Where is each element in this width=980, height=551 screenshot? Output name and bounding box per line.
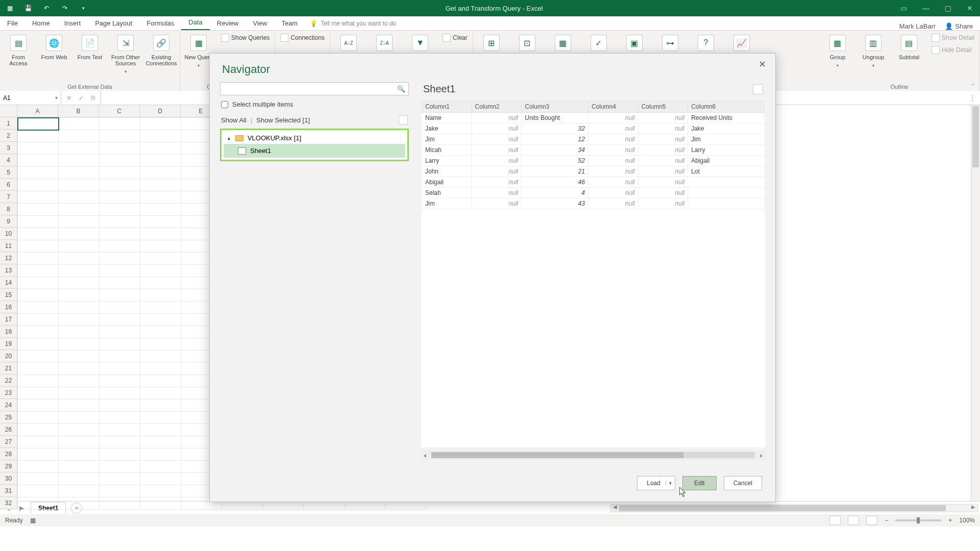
hide-detail-button[interactable]: Hide Detail — [929, 45, 976, 55]
preview-options-icon[interactable] — [753, 84, 763, 94]
filter-button[interactable]: ▼ — [405, 33, 435, 51]
select-all-corner[interactable] — [0, 105, 17, 117]
show-queries-icon — [221, 34, 229, 42]
select-multiple-input[interactable] — [221, 101, 228, 108]
edit-label: Edit — [694, 480, 705, 487]
flash-fill-icon: ⊡ — [519, 35, 535, 51]
show-detail-button[interactable]: Show Detail — [929, 33, 976, 43]
fx-icon[interactable]: fx — [91, 94, 95, 102]
text-icon: 📄 — [82, 35, 98, 51]
row-headers[interactable]: 1234567891011121314151617181920212223242… — [0, 117, 17, 510]
sort-az-button[interactable]: A↓Z — [333, 33, 364, 51]
undo-icon[interactable]: ↶ — [42, 4, 51, 13]
from-text-button[interactable]: 📄From Text — [75, 33, 105, 60]
from-other-sources-button[interactable]: ⇲From Other Sources▾ — [110, 33, 141, 74]
page-layout-view-icon[interactable] — [848, 516, 859, 525]
clear-icon — [443, 34, 451, 42]
page-break-view-icon[interactable] — [866, 516, 877, 525]
maximize-icon[interactable]: ▢ — [945, 4, 951, 12]
preview-scrollbar[interactable]: ‹ › — [421, 450, 765, 460]
sort-za-icon: Z↓A — [376, 35, 393, 51]
share-icon: 👤 — [945, 22, 953, 30]
relationships-button[interactable]: ⊶ — [655, 33, 685, 51]
from-web-button[interactable]: 🌐From Web — [39, 33, 69, 60]
remove-duplicates-button[interactable]: ▦ — [548, 33, 578, 51]
tree-sheet-node[interactable]: Sheet1 — [224, 144, 405, 158]
qat-dropdown-icon[interactable]: ▾ — [79, 4, 88, 13]
scroll-right-icon[interactable]: › — [760, 452, 762, 459]
enter-formula-icon[interactable]: ✓ — [79, 94, 84, 102]
select-multiple-checkbox[interactable]: Select multiple items — [220, 95, 409, 113]
connections-button[interactable]: Connections — [278, 33, 327, 43]
load-button[interactable]: Load ▾ — [637, 476, 675, 490]
from-access-button[interactable]: ▤From Access — [3, 33, 34, 66]
close-icon[interactable]: ✕ — [967, 4, 973, 12]
tell-me-placeholder: Tell me what you want to do — [321, 20, 396, 27]
redo-icon[interactable]: ↷ — [60, 4, 69, 13]
status-text: Ready — [5, 517, 23, 524]
navigator-preview-panel: Sheet1 Column1Column2Column3Column4Colum… — [421, 82, 765, 460]
name-box-dropdown-icon[interactable]: ▾ — [55, 95, 58, 101]
tab-view[interactable]: View — [246, 16, 274, 30]
cancel-label: Cancel — [733, 480, 752, 487]
filter-icon: ▼ — [412, 35, 428, 51]
text-to-columns-button[interactable]: ⊞ — [476, 33, 507, 51]
load-dropdown-icon[interactable]: ▾ — [666, 481, 672, 486]
vertical-scrollbar[interactable] — [971, 105, 980, 501]
from-web-label: From Web — [41, 54, 67, 60]
show-detail-icon — [932, 34, 940, 42]
ribbon-options-icon[interactable]: ▭ — [900, 4, 907, 12]
collapse-ribbon-icon[interactable]: ⌃ — [971, 83, 975, 89]
tab-file[interactable]: File — [0, 16, 25, 30]
ungroup-button[interactable]: ▥Ungroup▾ — [858, 33, 889, 68]
formula-expand-icon[interactable]: ⋮ — [965, 91, 980, 105]
save-icon[interactable]: 💾 — [23, 4, 33, 13]
cancel-formula-icon[interactable]: ✕ — [66, 94, 71, 102]
show-queries-button[interactable]: Show Queries — [219, 33, 272, 43]
tell-me-search[interactable]: 💡 Tell me what you want to do — [305, 17, 401, 30]
navigator-tree-highlighted: ▲ VLOOKUP.xlsx [1] Sheet1 — [220, 129, 409, 161]
subtotal-button[interactable]: ▤Subtotal — [894, 33, 924, 60]
tab-page-layout[interactable]: Page Layout — [88, 16, 139, 30]
tab-review[interactable]: Review — [210, 16, 246, 30]
sort-za-button[interactable]: Z↓A — [369, 33, 400, 51]
zoom-slider[interactable] — [895, 519, 941, 521]
zoom-level[interactable]: 100% — [959, 517, 975, 524]
navigator-left-panel: 🔍 Select multiple items Show All | Show … — [220, 82, 409, 460]
tab-formulas[interactable]: Formulas — [139, 16, 181, 30]
user-name[interactable]: Mark LaBarr — [899, 22, 936, 30]
clear-filter-button[interactable]: Clear — [440, 33, 470, 43]
remove-dup-icon: ▦ — [555, 35, 571, 51]
edit-button[interactable]: Edit — [682, 476, 717, 490]
expand-icon[interactable]: ▲ — [227, 136, 231, 141]
horizontal-scrollbar[interactable]: ◀▶ — [610, 504, 978, 512]
data-validation-button[interactable]: ✓ — [583, 33, 614, 51]
show-selected-link[interactable]: Show Selected [1] — [256, 116, 310, 124]
tree-file-node[interactable]: ▲ VLOOKUP.xlsx [1] — [224, 132, 405, 144]
consolidate-button[interactable]: ▣ — [619, 33, 650, 51]
cancel-button[interactable]: Cancel — [724, 476, 762, 490]
tab-team[interactable]: Team — [274, 16, 305, 30]
show-all-link[interactable]: Show All — [221, 116, 247, 124]
select-multiple-label: Select multiple items — [232, 101, 293, 108]
name-box[interactable]: A1 ▾ — [0, 91, 61, 105]
refresh-icon[interactable] — [399, 115, 408, 124]
minimize-icon[interactable]: — — [922, 4, 929, 12]
navigator-search-input[interactable]: 🔍 — [220, 82, 409, 95]
tab-data[interactable]: Data — [181, 15, 209, 30]
excel-icon: ▦ — [5, 4, 14, 13]
flash-fill-button[interactable]: ⊡ — [512, 33, 543, 51]
zoom-out-icon[interactable]: − — [885, 517, 888, 524]
what-if-button[interactable]: ? — [691, 33, 721, 51]
dialog-close-icon[interactable]: ✕ — [754, 58, 770, 71]
tab-home[interactable]: Home — [25, 16, 57, 30]
existing-connections-button[interactable]: 🔗Existing Connections — [146, 33, 177, 66]
normal-view-icon[interactable] — [829, 516, 841, 525]
tab-insert[interactable]: Insert — [57, 16, 88, 30]
search-icon: 🔍 — [397, 85, 405, 93]
group-button[interactable]: ▦Group▾ — [822, 33, 853, 68]
zoom-in-icon[interactable]: + — [948, 517, 952, 524]
scroll-left-icon[interactable]: ‹ — [424, 452, 426, 459]
macro-record-icon[interactable]: ▦ — [30, 517, 36, 524]
share-button[interactable]: 👤 Share — [945, 22, 973, 30]
